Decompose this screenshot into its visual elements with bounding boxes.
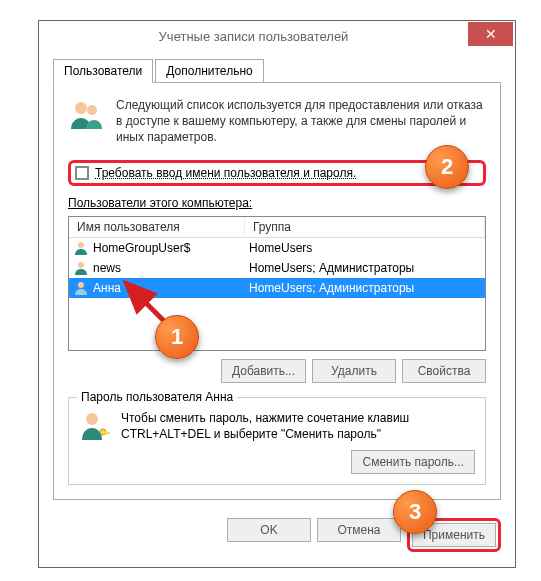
add-button[interactable]: Добавить...: [221, 359, 306, 383]
change-password-button[interactable]: Сменить пароль...: [351, 450, 475, 474]
intro-text: Следующий список используется для предос…: [116, 97, 486, 146]
list-header: Имя пользователя Группа: [69, 217, 485, 238]
svg-point-1: [87, 105, 97, 115]
password-legend: Пароль пользователя Анна: [77, 390, 237, 404]
list-buttons: Добавить... Удалить Свойства: [68, 359, 486, 383]
user-icon: [73, 260, 89, 276]
tab-users[interactable]: Пользователи: [53, 59, 153, 83]
tab-strip: Пользователи Дополнительно: [53, 59, 501, 83]
svg-line-8: [126, 283, 168, 325]
callout-2: 2: [425, 145, 469, 189]
user-key-icon: [79, 410, 111, 442]
tab-advanced[interactable]: Дополнительно: [155, 59, 263, 82]
require-login-label: Требовать ввод имени пользователя и паро…: [95, 166, 356, 180]
password-fieldset: Пароль пользователя Анна Чтобы сменить п…: [68, 397, 486, 485]
delete-button[interactable]: Удалить: [312, 359, 396, 383]
require-login-row: Требовать ввод имени пользователя и паро…: [68, 160, 486, 186]
svg-point-3: [78, 262, 84, 268]
callout-1: 1: [155, 315, 199, 359]
close-button[interactable]: ✕: [468, 22, 513, 46]
dialog-buttons: OK Отмена Применить: [39, 508, 515, 562]
col-username[interactable]: Имя пользователя: [69, 217, 245, 237]
close-icon: ✕: [485, 26, 497, 42]
users-list-label: Пользователи этого компьютера:: [68, 196, 486, 210]
callout-3: 3: [393, 490, 437, 534]
require-login-checkbox[interactable]: [75, 166, 89, 180]
intro-row: Следующий список используется для предос…: [68, 97, 486, 146]
svg-point-2: [78, 242, 84, 248]
svg-point-4: [78, 282, 84, 288]
svg-rect-7: [105, 432, 110, 434]
ok-button[interactable]: OK: [227, 518, 311, 542]
properties-button[interactable]: Свойства: [402, 359, 486, 383]
titlebar: Учетные записи пользователей ✕: [39, 21, 515, 51]
list-row[interactable]: HomeGroupUser$ HomeUsers: [69, 238, 485, 258]
user-icon: [73, 280, 89, 296]
users-icon: [68, 97, 104, 133]
window-title: Учетные записи пользователей: [39, 29, 468, 44]
user-accounts-dialog: Учетные записи пользователей ✕ Пользоват…: [38, 20, 516, 568]
svg-point-0: [75, 102, 87, 114]
svg-point-5: [86, 413, 98, 425]
col-group[interactable]: Группа: [245, 217, 485, 237]
user-icon: [73, 240, 89, 256]
cancel-button[interactable]: Отмена: [317, 518, 401, 542]
password-text: Чтобы сменить пароль, нажмите сочетание …: [121, 410, 475, 442]
content-area: Пользователи Дополнительно Следующий спи…: [39, 51, 515, 508]
